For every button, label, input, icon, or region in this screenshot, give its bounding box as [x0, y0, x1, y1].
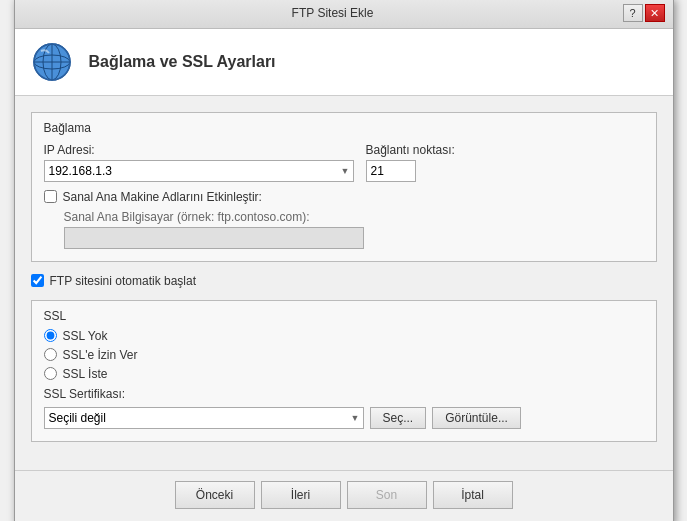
prev-button[interactable]: Önceki — [175, 481, 255, 509]
dialog-header: Bağlama ve SSL Ayarları — [15, 29, 673, 96]
ssl-group: SSL SSL Yok SSL'e İzin Ver SSL İste SSL … — [31, 300, 657, 442]
ssl-cert-section: SSL Sertifikası: Seçili değil Seç... Gör… — [44, 387, 644, 429]
help-button[interactable]: ? — [623, 4, 643, 22]
virtual-host-input-section: Sanal Ana Bilgisayar (örnek: ftp.contoso… — [44, 210, 644, 249]
globe-icon — [31, 41, 73, 83]
ssl-allow-label[interactable]: SSL'e İzin Ver — [63, 348, 138, 362]
ssl-group-label: SSL — [44, 309, 644, 323]
ssl-none-radio[interactable] — [44, 329, 57, 342]
port-label: Bağlantı noktası: — [366, 143, 455, 157]
ip-select-wrapper: 192.168.1.3 — [44, 160, 354, 182]
header-title: Bağlama ve SSL Ayarları — [89, 53, 276, 71]
title-bar-buttons: ? ✕ — [623, 4, 665, 22]
ssl-none-row: SSL Yok — [44, 329, 644, 343]
autostart-checkbox[interactable] — [31, 274, 44, 287]
ip-port-row: IP Adresi: 192.168.1.3 Bağlantı noktası: — [44, 143, 644, 182]
finish-button[interactable]: Son — [347, 481, 427, 509]
cancel-button[interactable]: İptal — [433, 481, 513, 509]
ssl-cert-select[interactable]: Seçili değil — [44, 407, 364, 429]
dialog-title: FTP Sitesi Ekle — [43, 6, 623, 20]
virtual-host-input-label: Sanal Ana Bilgisayar (örnek: ftp.contoso… — [64, 210, 644, 224]
footer: Önceki İleri Son İptal — [15, 470, 673, 522]
virtual-host-input[interactable] — [64, 227, 364, 249]
dialog-body: Bağlama IP Adresi: 192.168.1.3 Bağlantı … — [15, 96, 673, 470]
autostart-label[interactable]: FTP sitesini otomatik başlat — [50, 274, 197, 288]
ssl-require-row: SSL İste — [44, 367, 644, 381]
port-input[interactable] — [366, 160, 416, 182]
binding-group: Bağlama IP Adresi: 192.168.1.3 Bağlantı … — [31, 112, 657, 262]
ip-label: IP Adresi: — [44, 143, 354, 157]
virtual-host-input-wrapper — [64, 227, 644, 249]
ssl-select-button[interactable]: Seç... — [370, 407, 427, 429]
ssl-cert-row: Seçili değil Seç... Görüntüle... — [44, 407, 644, 429]
ssl-require-label[interactable]: SSL İste — [63, 367, 108, 381]
title-bar: FTP Sitesi Ekle ? ✕ — [15, 0, 673, 29]
ssl-allow-radio[interactable] — [44, 348, 57, 361]
virtual-host-checkbox-row: Sanal Ana Makine Adlarını Etkinleştir: — [44, 190, 644, 204]
ssl-cert-select-wrapper: Seçili değil — [44, 407, 364, 429]
ssl-require-radio[interactable] — [44, 367, 57, 380]
next-button[interactable]: İleri — [261, 481, 341, 509]
ssl-allow-row: SSL'e İzin Ver — [44, 348, 644, 362]
close-button[interactable]: ✕ — [645, 4, 665, 22]
ssl-cert-label: SSL Sertifikası: — [44, 387, 644, 401]
virtual-host-checkbox[interactable] — [44, 190, 57, 203]
binding-group-label: Bağlama — [44, 121, 644, 135]
ip-select[interactable]: 192.168.1.3 — [44, 160, 354, 182]
port-col: Bağlantı noktası: — [366, 143, 455, 182]
ip-col: IP Adresi: 192.168.1.3 — [44, 143, 354, 182]
autostart-row: FTP sitesini otomatik başlat — [31, 274, 657, 288]
virtual-host-checkbox-label[interactable]: Sanal Ana Makine Adlarını Etkinleştir: — [63, 190, 262, 204]
ssl-none-label[interactable]: SSL Yok — [63, 329, 108, 343]
dialog: FTP Sitesi Ekle ? ✕ Bağlama ve SSL Ayarl… — [14, 0, 674, 521]
ssl-view-button[interactable]: Görüntüle... — [432, 407, 521, 429]
